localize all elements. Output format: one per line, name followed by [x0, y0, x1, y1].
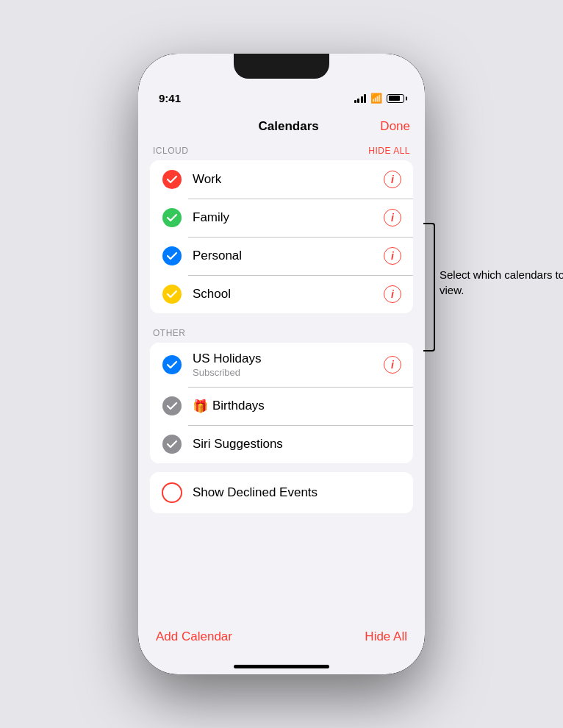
other-calendar-list: US Holidays Subscribed i [150, 343, 413, 463]
icloud-hide-all-button[interactable]: HIDE ALL [368, 146, 410, 156]
show-declined-label: Show Declined Events [193, 485, 318, 500]
work-label: Work [193, 172, 384, 187]
birthdays-check-icon [162, 396, 182, 416]
work-check-icon [162, 169, 182, 190]
calendar-item-school[interactable]: School i [150, 275, 413, 313]
other-section-label: Other [138, 322, 425, 343]
show-declined-card: Show Declined Events [150, 472, 413, 513]
us-holidays-subtitle: Subscribed [193, 367, 384, 378]
us-holidays-check-icon [162, 354, 182, 375]
battery-icon [387, 94, 404, 103]
calendar-item-us-holidays[interactable]: US Holidays Subscribed i [150, 343, 413, 387]
personal-info-button[interactable]: i [384, 247, 401, 265]
callout-text: Select which calendars to view. [440, 267, 563, 298]
status-icons: 📶 [354, 93, 405, 104]
callout-annotation: Select which calendars to view. [440, 267, 563, 298]
show-declined-item[interactable]: Show Declined Events [150, 472, 413, 513]
birthdays-label: Birthdays [212, 399, 265, 413]
svg-point-5 [162, 396, 182, 415]
page-title: Calendars [259, 119, 319, 134]
school-info-button[interactable]: i [384, 285, 401, 303]
family-info-button[interactable]: i [384, 209, 401, 226]
personal-label: Personal [193, 249, 384, 263]
svg-point-0 [162, 170, 182, 189]
gift-icon: 🎁 [193, 399, 208, 414]
personal-check-icon [162, 246, 182, 266]
nav-bar: Calendars Done [138, 110, 425, 140]
family-label: Family [193, 210, 384, 225]
icloud-section-label: iCloud [153, 146, 188, 156]
home-indicator [234, 665, 329, 668]
icloud-calendar-list: Work i [150, 160, 413, 313]
svg-point-4 [162, 355, 182, 374]
calendar-item-personal[interactable]: Personal i [150, 237, 413, 275]
show-declined-circle-icon [162, 482, 182, 503]
other-section: Other US Holidays [138, 322, 425, 463]
status-time: 9:41 [159, 92, 181, 104]
bottom-bar: Add Calendar Hide All [138, 619, 425, 665]
family-check-icon [162, 207, 182, 228]
signal-bars-icon [354, 94, 367, 103]
svg-point-6 [162, 435, 182, 454]
calendar-item-siri-suggestions[interactable]: Siri Suggestions [150, 425, 413, 463]
svg-point-2 [162, 246, 182, 265]
school-label: School [193, 287, 384, 301]
icloud-section: iCloud HIDE ALL [138, 140, 425, 313]
wifi-icon: 📶 [370, 93, 382, 104]
svg-point-3 [162, 285, 182, 304]
us-holidays-label: US Holidays [193, 351, 384, 366]
done-button[interactable]: Done [380, 119, 410, 134]
svg-point-1 [162, 208, 182, 227]
hide-all-button[interactable]: Hide All [365, 629, 407, 644]
calendar-item-birthdays[interactable]: 🎁 Birthdays [150, 387, 413, 425]
us-holidays-info-button[interactable]: i [384, 356, 401, 374]
calendar-item-work[interactable]: Work i [150, 160, 413, 199]
work-info-button[interactable]: i [384, 171, 401, 188]
calendar-item-family[interactable]: Family i [150, 199, 413, 237]
school-check-icon [162, 284, 182, 304]
siri-suggestions-label: Siri Suggestions [193, 437, 401, 452]
siri-suggestions-check-icon [162, 434, 182, 454]
add-calendar-button[interactable]: Add Calendar [156, 629, 232, 644]
